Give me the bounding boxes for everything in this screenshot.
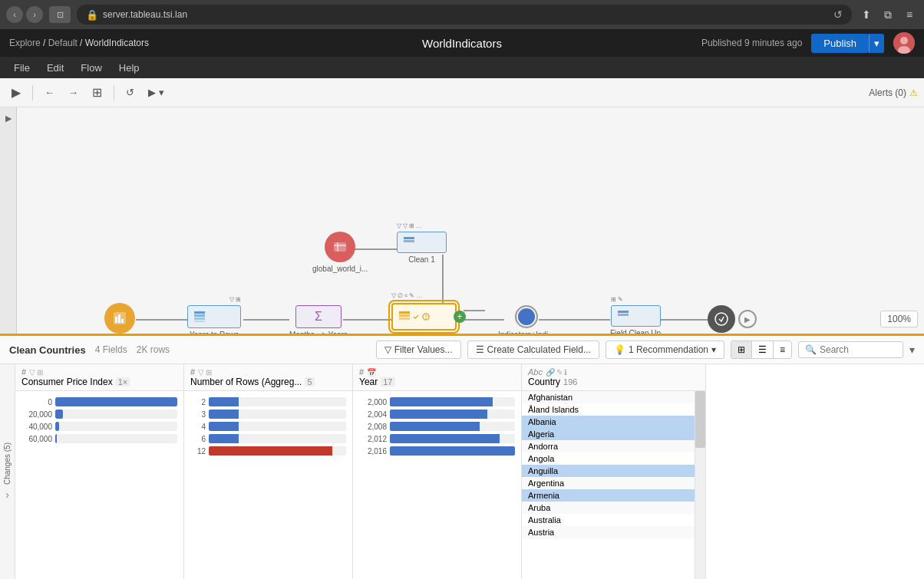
node-years-to-rows[interactable]: ▽⊞ Years to Rows <box>187 305 241 334</box>
year-bar-2008: 2,008 <box>359 422 515 431</box>
sidebar-toggle-button[interactable]: ▶ <box>6 81 26 104</box>
col-icon-filter: ▽ <box>29 368 35 377</box>
panel-header: Clean Countries 4 Fields 2K rows ▽ Filte… <box>0 336 924 364</box>
bar-fill-3 <box>55 434 57 443</box>
node-indicators[interactable]: Indicators+Indi... <box>498 305 555 334</box>
numrows-chart: 2 3 <box>190 397 346 456</box>
panel-collapse-button[interactable]: ▾ <box>909 344 915 356</box>
svg-rect-14 <box>115 317 117 323</box>
nav-forward-button[interactable]: › <box>26 6 43 23</box>
tab-icon-button[interactable]: ⊡ <box>49 6 71 23</box>
country-australia[interactable]: Australia <box>522 514 695 526</box>
svg-rect-23 <box>399 317 410 320</box>
numrow-bar-3: 3 <box>190 410 346 419</box>
menu-file[interactable]: File <box>6 60 38 76</box>
filter-icon: ▽ <box>384 344 391 355</box>
filter-values-button[interactable]: ▽ Filter Values... <box>376 340 461 359</box>
publish-dropdown-button[interactable]: ▾ <box>869 34 884 53</box>
country-andorra[interactable]: Andorra <box>522 440 695 452</box>
breadcrumb-default[interactable]: Default <box>48 38 78 48</box>
col-content-year: 2,000 2,004 <box>353 391 521 579</box>
menu-button[interactable]: ≡ <box>901 6 918 23</box>
security-icon: 🔒 <box>86 9 98 21</box>
run-button[interactable]: ▶ ▾ <box>143 83 170 102</box>
node-field-clean[interactable]: ⊞✎ Field Clean Up <box>610 305 661 334</box>
col-type-consumer: # <box>21 367 26 377</box>
breadcrumb-explore[interactable]: Explore <box>9 38 41 48</box>
avatar <box>893 32 915 54</box>
numrow-bar-2: 2 <box>190 397 346 406</box>
country-afghanistan[interactable]: Afghanistan <box>522 391 695 403</box>
year-fill-2016 <box>390 446 515 456</box>
menu-edit[interactable]: Edit <box>39 60 71 76</box>
node-global-world[interactable]: global_world_i... <box>312 232 368 273</box>
node-consumer-price[interactable]: ConsumerPrice... <box>90 303 149 334</box>
search-icon: 🔍 <box>805 344 817 355</box>
app-header: Explore / Default / WorldIndicators Worl… <box>0 29 924 57</box>
node-output[interactable]: ▶ Output <box>708 305 757 334</box>
numrow-label-12: 12 <box>190 447 206 456</box>
recommendation-button[interactable]: 💡 1 Recommendation ▾ <box>606 340 724 359</box>
bar-container-2 <box>55 422 177 431</box>
country-argentina[interactable]: Argentina <box>522 477 695 489</box>
svg-rect-30 <box>404 237 414 239</box>
reload-icon[interactable]: ↺ <box>833 8 843 21</box>
year-container-2000 <box>390 397 515 406</box>
filter-label: Filter Values... <box>394 344 453 355</box>
country-austria[interactable]: Austria <box>522 526 695 538</box>
address-bar[interactable]: 🔒 server.tableau.tsi.lan ↺ <box>77 5 852 25</box>
country-anguilla[interactable]: Anguilla <box>522 465 695 477</box>
window-button[interactable]: ⧉ <box>879 6 896 23</box>
view-detail-button[interactable]: ≡ <box>774 341 791 358</box>
country-albania[interactable]: Albania <box>522 416 695 428</box>
menu-help[interactable]: Help <box>111 60 147 76</box>
year-label-2016: 2,016 <box>359 447 387 456</box>
col-suffix-numrows: 5 <box>305 377 314 387</box>
country-aland[interactable]: Åland Islands <box>522 403 695 416</box>
country-angola[interactable]: Angola <box>522 452 695 465</box>
node-months-label: Months --> Years <box>289 331 348 334</box>
numrow-bar-12: 12 <box>190 446 346 456</box>
column-country: Abc 🔗 ✎ ℹ Country 196 <box>522 364 706 579</box>
bar-row-0: 0 <box>21 397 177 406</box>
menu-bar: File Edit Flow Help <box>0 57 924 78</box>
year-bar-2012: 2,012 <box>359 434 515 443</box>
country-algeria[interactable]: Algeria <box>522 428 695 440</box>
refresh-button[interactable]: ↺ <box>120 83 140 102</box>
forward-button[interactable]: → <box>63 83 84 102</box>
country-armenia[interactable]: Armenia <box>522 489 695 502</box>
bar-label-0: 0 <box>21 398 52 406</box>
country-scrollbar[interactable] <box>695 391 705 579</box>
calculated-field-button[interactable]: ☰ Create Calculated Field... <box>467 340 599 359</box>
menu-flow[interactable]: Flow <box>73 60 109 76</box>
flow-canvas[interactable]: ConsumerPrice... ▽⊞ Years to Rows <box>17 107 924 334</box>
numrow-bar-4: 4 <box>190 422 346 431</box>
node-clean-countries[interactable]: ▽∅≈✎… + Clean Countries <box>391 303 457 334</box>
search-input[interactable] <box>820 344 896 355</box>
numrow-label-4: 4 <box>190 423 206 431</box>
layout-button[interactable]: ⊞ <box>87 81 107 104</box>
numrow-label-3: 3 <box>190 410 206 419</box>
changes-sidebar[interactable]: Changes (5) › <box>0 364 15 579</box>
bottom-panel: Clean Countries 4 Fields 2K rows ▽ Filte… <box>0 334 924 579</box>
svg-rect-17 <box>194 311 205 314</box>
nav-back-button[interactable]: ‹ <box>6 6 23 23</box>
panel-actions: ▽ Filter Values... ☰ Create Calculated F… <box>376 340 915 359</box>
node-months-years[interactable]: Σ Months --> Years <box>289 305 348 334</box>
view-grid-button[interactable]: ⊞ <box>731 341 752 358</box>
share-button[interactable]: ⬆ <box>858 6 875 23</box>
bar-label-1: 20,000 <box>21 410 52 419</box>
publish-button[interactable]: Publish <box>811 34 869 53</box>
country-aruba[interactable]: Aruba <box>522 502 695 514</box>
flow-connectors <box>17 107 924 334</box>
node-field-clean-label: Field Clean Up <box>610 329 661 334</box>
year-bar-2004: 2,004 <box>359 410 515 419</box>
numrow-label-6: 6 <box>190 435 206 443</box>
svg-rect-20 <box>194 321 205 322</box>
view-list-button[interactable]: ☰ <box>752 341 774 358</box>
back-button[interactable]: ← <box>39 83 60 102</box>
left-sidebar-toggle[interactable]: ▶ <box>0 107 17 334</box>
year-fill-2012 <box>390 434 500 443</box>
node-clean-1[interactable]: ▽▽⊞… Clean 1 <box>397 232 447 264</box>
breadcrumb: Explore / Default / WorldIndicators <box>9 38 149 48</box>
